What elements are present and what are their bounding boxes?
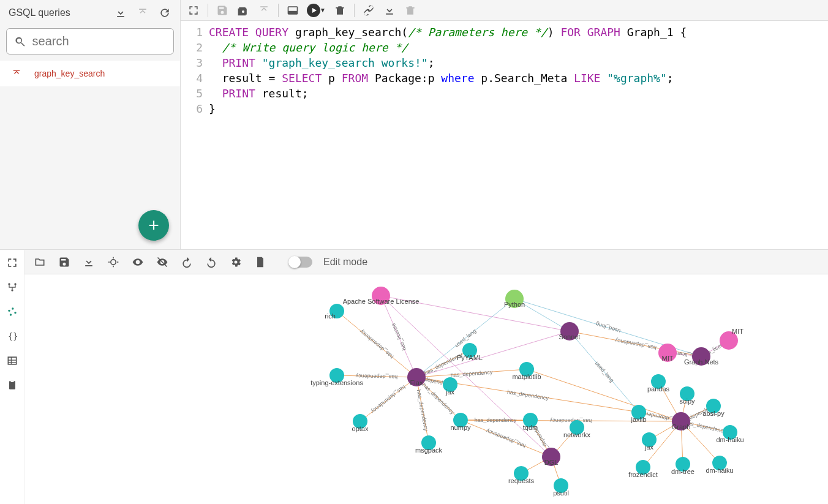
- node-label: requests: [508, 477, 534, 484]
- search-box[interactable]: [6, 28, 174, 55]
- graph-node[interactable]: requests: [514, 466, 529, 481]
- edge-label: has_dependency: [475, 417, 517, 423]
- graph-node[interactable]: Graph Nets: [692, 347, 710, 366]
- download-icon[interactable]: [114, 6, 127, 20]
- fullscreen2-icon[interactable]: [6, 256, 19, 269]
- schema-icon[interactable]: [6, 280, 19, 294]
- delete-icon[interactable]: [333, 4, 347, 17]
- graph-node[interactable]: Python: [505, 290, 524, 308]
- edit-mode-toggle[interactable]: [289, 257, 312, 268]
- upload-icon: [136, 6, 149, 20]
- download3-icon[interactable]: [82, 255, 96, 269]
- graph-node[interactable]: MIT: [658, 344, 677, 362]
- graph-node[interactable]: jax: [642, 432, 657, 447]
- panel-icon[interactable]: [286, 4, 299, 17]
- svg-point-3: [14, 283, 16, 285]
- node-label: Flax: [410, 379, 423, 386]
- scatter-icon[interactable]: [6, 305, 19, 318]
- node-label: matplotlib: [512, 373, 541, 380]
- graph-node[interactable]: MIT: [720, 331, 738, 350]
- node-label: tqdm: [523, 424, 538, 431]
- graph-node[interactable]: Apache Software License: [372, 287, 390, 305]
- json-icon[interactable]: {}: [6, 329, 19, 343]
- graph-node[interactable]: PyYAML: [462, 343, 477, 358]
- graph-node[interactable]: matplotlib: [519, 362, 534, 377]
- graph-node[interactable]: msgpack: [421, 435, 436, 450]
- graph-node[interactable]: dm-haiku: [712, 456, 727, 470]
- graph-node[interactable]: DGL: [542, 448, 560, 466]
- hide-icon[interactable]: [156, 255, 169, 269]
- redo-icon[interactable]: [205, 255, 218, 269]
- folder-icon[interactable]: [33, 255, 47, 269]
- graph-node[interactable]: jax: [443, 377, 457, 392]
- save3-icon[interactable]: [58, 255, 71, 269]
- svg-rect-1: [288, 10, 298, 13]
- svg-point-7: [14, 312, 16, 314]
- graph-node[interactable]: Sonnet: [560, 322, 579, 340]
- table-icon[interactable]: [6, 354, 19, 367]
- graph-node[interactable]: rich: [329, 304, 344, 318]
- show-icon[interactable]: [131, 255, 145, 269]
- fullscreen-icon[interactable]: [187, 4, 200, 17]
- graph-canvas[interactable]: has_dependencyhas_licensehas_dependencyh…: [24, 274, 828, 504]
- code-editor[interactable]: 123456 CREATE QUERY graph_key_search(/* …: [181, 21, 828, 249]
- query-list: graph_key_search: [0, 61, 180, 86]
- svg-point-8: [9, 314, 11, 315]
- svg-point-13: [111, 259, 116, 264]
- graph-node[interactable]: typing-extensions: [329, 368, 344, 383]
- node-label: numpy: [450, 424, 470, 431]
- graph-node[interactable]: tqdm: [523, 413, 538, 427]
- settings-icon[interactable]: [229, 255, 243, 269]
- node-label: rich: [325, 312, 336, 320]
- node-label: MIT: [662, 355, 674, 362]
- sidebar-title: GSQL queries: [9, 7, 70, 18]
- graph-node[interactable]: pandas: [651, 374, 666, 389]
- node-label: MIT: [732, 328, 743, 335]
- svg-point-6: [12, 307, 13, 309]
- graph-node[interactable]: dm-haiku: [723, 425, 737, 440]
- graph-node[interactable]: jaxlib: [631, 405, 646, 419]
- editor-pane: ▼ 123456 CREATE QUERY graph_key_search(/…: [181, 0, 828, 249]
- graph-node[interactable]: absl-py: [706, 399, 721, 413]
- vertical-toolbar: {}: [0, 250, 24, 504]
- graph-node[interactable]: Graph: [672, 412, 690, 431]
- svg-text:{}: {}: [8, 332, 18, 341]
- node-label: pandas: [647, 385, 669, 393]
- svg-point-5: [8, 310, 10, 312]
- save-all-icon[interactable]: [236, 4, 250, 17]
- svg-point-2: [8, 283, 10, 285]
- node-label: optax: [352, 425, 369, 432]
- locate-icon[interactable]: [107, 255, 120, 269]
- graph-node[interactable]: networkx: [570, 420, 584, 435]
- graph-node[interactable]: psutil: [554, 478, 568, 493]
- graph-node[interactable]: scipy: [680, 386, 694, 401]
- clipboard-icon[interactable]: [6, 378, 19, 392]
- node-label: Graph: [672, 423, 691, 431]
- graph-node[interactable]: numpy: [453, 413, 468, 427]
- node-label: typing-extensions: [310, 379, 363, 386]
- node-label: PyYAML: [457, 354, 483, 361]
- query-item-graph-key-search[interactable]: graph_key_search: [0, 61, 180, 86]
- download2-icon[interactable]: [383, 4, 396, 17]
- node-label: networkx: [563, 431, 590, 438]
- graph-node[interactable]: frozendict: [636, 460, 650, 475]
- node-label: Sonnet: [559, 333, 581, 340]
- editor-toolbar: ▼: [181, 0, 828, 21]
- refresh-icon[interactable]: [158, 6, 171, 20]
- doc-icon[interactable]: [254, 255, 267, 269]
- node-label: dm-tree: [671, 468, 694, 475]
- svg-rect-11: [9, 381, 15, 389]
- node-label: msgpack: [415, 446, 442, 454]
- graph-node[interactable]: Flax: [407, 368, 426, 386]
- graph-node[interactable]: optax: [353, 414, 367, 429]
- node-label: Python: [504, 301, 525, 308]
- add-query-button[interactable]: +: [138, 210, 169, 241]
- graph-toolbar: Edit mode: [24, 250, 828, 274]
- link-icon[interactable]: [362, 4, 375, 17]
- run-button[interactable]: ▼: [307, 4, 326, 17]
- undo-icon[interactable]: [180, 255, 194, 269]
- node-label: frozendict: [628, 471, 658, 478]
- node-label: dm-haiku: [706, 467, 733, 474]
- search-input[interactable]: [31, 34, 166, 49]
- graph-node[interactable]: dm-tree: [676, 457, 690, 472]
